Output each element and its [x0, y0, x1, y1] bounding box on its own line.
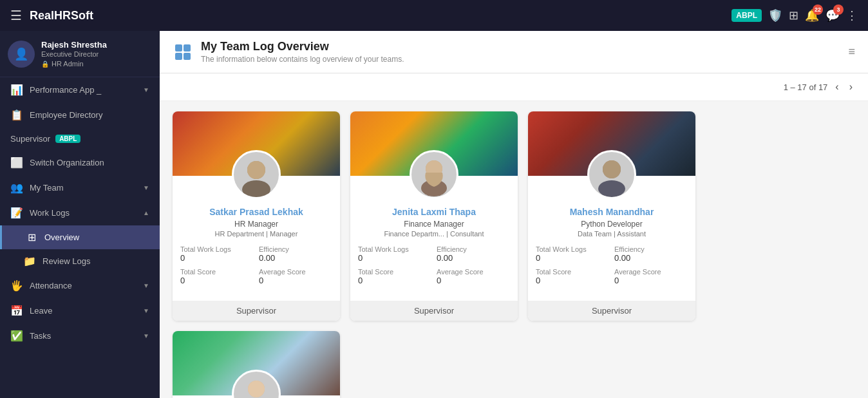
chevron-down-icon-leave: ▼: [143, 307, 149, 314]
card-employee-title: HR Manager: [180, 220, 332, 229]
employee-card: Jenita Laxmi Thapa Finance Manager Finan…: [350, 111, 518, 321]
card-cover: [173, 111, 340, 176]
pagination-next-button[interactable]: ›: [847, 80, 855, 94]
card-stats: Total Work Logs 0 Efficiency 0.00 Total …: [358, 245, 510, 285]
svg-point-5: [242, 180, 270, 197]
svg-point-6: [247, 161, 265, 179]
card-efficiency-label: Efficiency 0.00: [437, 245, 510, 263]
sidebar-item-work-logs-label: Work Logs: [30, 208, 137, 218]
overview-icon: ⊞: [25, 231, 38, 243]
page-header: My Team Log Overview The information bel…: [160, 31, 868, 73]
directory-icon: 📋: [10, 109, 23, 121]
card-avatar: [232, 370, 281, 398]
chevron-down-icon-team: ▼: [143, 184, 149, 191]
employee-card: Mahesh Manandhar Python Developer Data T…: [528, 111, 695, 321]
supervisor-tag: ABPL: [55, 135, 80, 143]
card-avatar: [232, 150, 281, 199]
card-cover: [173, 331, 340, 395]
card-average-score-label: Average Score 0: [259, 268, 332, 285]
card-footer[interactable]: Supervisor: [528, 301, 695, 321]
sidebar-item-employee-directory[interactable]: 📋 Employee Directory: [0, 102, 160, 128]
team-icon: 👥: [10, 182, 23, 194]
card-cover: [350, 111, 518, 176]
sidebar-item-team-label: My Team: [30, 183, 137, 193]
card-avatar: [587, 150, 636, 199]
card-employee-title: Python Developer: [536, 220, 688, 229]
card-cover: [528, 111, 695, 176]
sidebar-nav: 📊 Performance App _ ▼ 📋 Employee Directo…: [0, 77, 160, 398]
card-total-score-label: Total Score 0: [536, 268, 609, 285]
tasks-icon: ✅: [10, 330, 23, 342]
content-area: My Team Log Overview The information bel…: [160, 31, 868, 398]
svg-rect-0: [175, 44, 182, 52]
card-average-score-label: Average Score 0: [614, 268, 688, 285]
sidebar-item-tasks[interactable]: ✅ Tasks ▼: [0, 323, 160, 348]
sidebar-subitem-review-logs[interactable]: 📁 Review Logs: [0, 249, 160, 273]
sidebar-subitem-overview-label: Overview: [44, 232, 79, 242]
card-employee-dept: Data Team | Assistant: [536, 230, 688, 238]
sidebar-item-attendance[interactable]: 🖐️ Attendance ▼: [0, 273, 160, 298]
attendance-icon: 🖐️: [10, 280, 23, 292]
svg-rect-3: [184, 53, 191, 60]
page-icon: [173, 42, 193, 62]
card-total-work-logs-label: Total Work Logs 0: [180, 245, 254, 263]
badge-label: HR Admin: [52, 60, 84, 68]
card-efficiency-label: Efficiency 0.00: [259, 245, 332, 263]
more-options-icon[interactable]: ⋮: [846, 8, 858, 23]
top-navigation: ☰ RealHRSoft ABPL 🛡️ ⊞ 🔔 22 💬 3 ⋮: [0, 0, 868, 31]
avatar: 👤: [8, 41, 35, 68]
sidebar-item-work-logs[interactable]: 📝 Work Logs ▲: [0, 200, 160, 225]
supervisor-label: Supervisor: [10, 134, 50, 144]
leave-icon: 📅: [10, 305, 23, 317]
card-employee-dept: Finance Departm... | Consultant: [358, 230, 510, 238]
sidebar-item-tasks-label: Tasks: [30, 331, 137, 341]
svg-rect-1: [184, 44, 191, 52]
svg-point-12: [603, 160, 621, 178]
employee-card: Sushmita Gautam Finance Officer Finance …: [173, 331, 340, 398]
card-total-work-logs-label: Total Work Logs 0: [358, 245, 431, 263]
svg-point-11: [598, 180, 625, 197]
messages-icon[interactable]: 💬 3: [826, 8, 840, 23]
filter-icon[interactable]: ≡: [848, 45, 855, 59]
card-stats: Total Work Logs 0 Efficiency 0.00 Total …: [536, 245, 688, 285]
card-stats: Total Work Logs 0 Efficiency 0.00 Total …: [180, 245, 332, 285]
cards-grid: Satkar Prasad Lekhak HR Manager HR Depar…: [160, 101, 868, 398]
review-logs-icon: 📁: [23, 255, 36, 267]
chevron-down-icon-att: ▼: [143, 282, 149, 289]
sidebar-item-leave[interactable]: 📅 Leave ▼: [0, 298, 160, 323]
pagination-text: 1 – 17 of 17: [784, 82, 828, 92]
shield-icon[interactable]: 🛡️: [768, 8, 782, 23]
org-badge[interactable]: ABPL: [731, 9, 762, 22]
sidebar-item-performance[interactable]: 📊 Performance App _ ▼: [0, 77, 160, 102]
card-efficiency-label: Efficiency 0.00: [614, 245, 688, 263]
page-title: My Team Log Overview: [201, 40, 404, 53]
card-avatar: [410, 150, 458, 199]
user-info: Rajesh Shrestha Executive Director 🔒 HR …: [41, 40, 152, 68]
lock-icon: 🔒: [41, 61, 49, 68]
sidebar-item-switch-org[interactable]: ⬜ Switch Organization: [0, 150, 160, 175]
card-employee-name[interactable]: Mahesh Manandhar: [536, 207, 688, 217]
sidebar-item-attendance-label: Attendance: [30, 281, 137, 290]
card-employee-name[interactable]: Satkar Prasad Lekhak: [180, 207, 332, 217]
chevron-down-icon-tasks: ▼: [143, 332, 149, 339]
notifications-icon[interactable]: 🔔 22: [805, 8, 819, 23]
notification-count: 22: [813, 5, 823, 15]
card-total-work-logs-label: Total Work Logs 0: [536, 245, 609, 263]
switch-org-icon: ⬜: [10, 156, 23, 169]
sidebar-user-profile: 👤 Rajesh Shrestha Executive Director 🔒 H…: [0, 31, 160, 77]
sidebar-subitem-review-logs-label: Review Logs: [42, 256, 90, 266]
sidebar-item-switch-org-label: Switch Organization: [30, 158, 149, 167]
pagination-prev-button[interactable]: ‹: [833, 80, 841, 94]
user-name: Rajesh Shrestha: [41, 40, 152, 50]
menu-icon[interactable]: ☰: [10, 8, 22, 23]
grid-icon[interactable]: ⊞: [789, 8, 798, 23]
performance-icon: 📊: [10, 84, 23, 96]
page-subtitle: The information below contains log overv…: [201, 55, 404, 64]
card-employee-name[interactable]: Jenita Laxmi Thapa: [358, 207, 510, 217]
card-footer[interactable]: Supervisor: [350, 301, 518, 321]
sidebar-item-my-team[interactable]: 👥 My Team ▼: [0, 175, 160, 200]
sidebar-subitem-overview[interactable]: ⊞ Overview: [0, 225, 160, 249]
user-badge: 🔒 HR Admin: [41, 60, 152, 68]
card-footer[interactable]: Supervisor: [173, 301, 340, 321]
page-header-left: My Team Log Overview The information bel…: [173, 40, 404, 64]
